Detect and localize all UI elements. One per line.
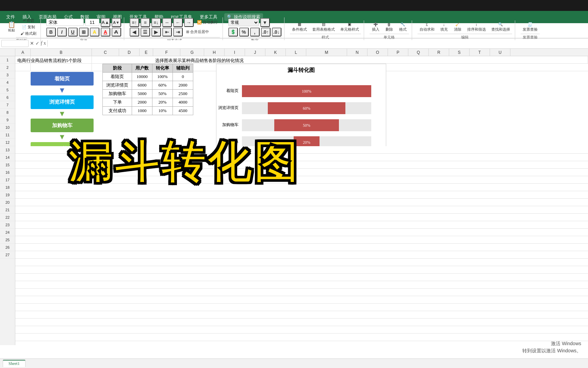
autosum-label: 自动求和	[420, 27, 435, 32]
conditional-label: 条件格式	[292, 27, 307, 32]
italic-button[interactable]: I	[57, 28, 67, 36]
font-size-input[interactable]	[85, 19, 99, 26]
row-8: 8	[0, 109, 15, 116]
table-format-button[interactable]: ▤ 套用表格格式	[310, 21, 337, 33]
paste-button[interactable]: 📋 粘贴	[5, 20, 18, 34]
data-table: 阶段 用户数 转化率 辅助列 着陆页 10000 100% 0 浏览详情页	[102, 64, 193, 115]
sheet-area: 1 2 3 4 5 6 7 8 9 10 11 12 13 14 15 16 1…	[0, 56, 588, 345]
text-direction-button[interactable]: ↔	[162, 18, 172, 27]
stage-landing: 着陆页	[103, 73, 132, 81]
row-22: 22	[0, 214, 15, 221]
font-size-down-button[interactable]: A▼	[112, 18, 121, 27]
align-top-button[interactable]: ≡↑	[130, 18, 139, 27]
col-header-t: T	[470, 49, 490, 56]
indent-decrease-button[interactable]: ←	[173, 18, 183, 27]
number-group: 常规 ▼ 💲 % , .0↑ .0↓ 数字	[226, 17, 284, 44]
row-25: 25	[0, 236, 15, 244]
stage-pay: 支付成功	[103, 107, 132, 115]
bold-button[interactable]: B	[46, 28, 56, 36]
row-14: 14	[0, 154, 15, 161]
merge-center-button[interactable]: ⊞ 合并后居中	[184, 28, 211, 35]
align-left-button[interactable]: ◀	[130, 28, 139, 36]
format-button[interactable]: 🔧 格式	[397, 21, 409, 33]
number-format-expand[interactable]: ▼	[260, 18, 270, 27]
row-6: 6	[0, 94, 15, 101]
indent-increase-button[interactable]: →	[184, 18, 194, 27]
cut-button[interactable]: ✂ 剪切	[19, 18, 38, 24]
ribbon: 📋 粘贴 ✂ 剪切 📄 复制 🖌 格式刷 剪贴板 A▲ A▼ B	[0, 23, 588, 39]
insert-button[interactable]: ➕ 插入	[370, 21, 382, 33]
delete-label: 删除	[386, 27, 393, 32]
increase-indent-button[interactable]: ⇥	[173, 28, 183, 36]
copy-button[interactable]: 📄 复制	[19, 24, 38, 30]
align-row2: ◀ ☰ ▶ ⇤ ⇥ ⊞ 合并后居中	[130, 28, 220, 36]
aux-landing: 0	[173, 73, 193, 81]
users-browse: 6000	[132, 81, 152, 90]
decrease-decimal-button[interactable]: .0↓	[272, 28, 281, 36]
aux-cart: 2500	[173, 90, 193, 98]
function-icon[interactable]: f	[41, 41, 42, 46]
percent-button[interactable]: 💲	[228, 28, 238, 36]
invoice-verify-button[interactable]: 🧾 发票查验	[521, 21, 540, 33]
align-right-button[interactable]: ▶	[151, 28, 161, 36]
find-icon: 🔍	[498, 22, 503, 27]
clear-button[interactable]: 🧹 清除	[452, 21, 464, 33]
table-row-browse: 浏览详情页 6000 60% 2000	[103, 81, 193, 90]
row-2: 2	[0, 64, 15, 71]
editing-buttons: Σ 自动求和 ↓ 填充 🧹 清除 ↕ 排序和筛选 🔍 查找和选择	[418, 21, 512, 33]
conditional-format-button[interactable]: ▦ 条件格式	[290, 21, 309, 33]
percent-style-button[interactable]: %	[239, 28, 249, 36]
paste-label: 粘贴	[8, 28, 15, 33]
increase-decimal-button[interactable]: .0↑	[261, 28, 271, 36]
formula-input[interactable]	[47, 40, 587, 47]
aux-order: 4000	[173, 98, 193, 107]
flow-box-landing: 着陆页	[31, 72, 94, 86]
rate-pay: 10%	[152, 107, 173, 115]
wrap-text-button[interactable]: 🔀 自动换行	[195, 19, 220, 26]
paste-icon: 📋	[8, 21, 15, 28]
formula-bar: ✕ ✓ fx	[0, 39, 588, 49]
sheet-tab-1[interactable]: Sheet1	[3, 360, 26, 367]
users-pay: 1000	[132, 107, 152, 115]
font-color-button[interactable]: A	[101, 28, 110, 36]
windows-activation: 激活 Windows 转到设置以激活 Windows。	[522, 340, 581, 354]
font-size-up-button[interactable]: A▲	[101, 18, 110, 27]
confirm-icon[interactable]: ✓	[35, 41, 39, 46]
cell-style-button[interactable]: ▣ 单元格样式	[338, 21, 361, 33]
strikethrough-button[interactable]: A̶	[112, 28, 121, 36]
fill-button[interactable]: ↓ 填充	[438, 21, 450, 33]
format-painter-button[interactable]: 🖌 格式刷	[19, 31, 38, 36]
row-23: 23	[0, 221, 15, 229]
underline-button[interactable]: U	[68, 28, 78, 36]
row-5: 5	[0, 86, 15, 94]
decrease-indent-button[interactable]: ⇤	[162, 28, 172, 36]
autosum-button[interactable]: Σ 自动求和	[418, 21, 437, 33]
find-select-button[interactable]: 🔍 查找和选择	[489, 21, 512, 33]
col-header-aux: 辅助列	[173, 64, 193, 73]
align-bottom-button[interactable]: ≡↓	[151, 18, 161, 27]
border-button[interactable]: ⊞	[79, 28, 88, 36]
fill-label: 填充	[440, 27, 448, 32]
stage-order: 下单	[103, 98, 132, 107]
name-box-input[interactable]	[1, 40, 29, 47]
delete-button[interactable]: 🗑 删除	[383, 21, 395, 33]
comma-style-button[interactable]: ,	[250, 28, 260, 36]
align-center-button[interactable]: ☰	[141, 28, 150, 36]
font-name-input[interactable]	[46, 19, 84, 26]
number-format-select[interactable]: 常规	[228, 19, 259, 26]
column-headers: A B C D E F G H I J K L M N O P Q R S T …	[0, 49, 588, 56]
sort-filter-button[interactable]: ↕ 排序和筛选	[465, 21, 488, 33]
table-row-cart: 加购物车 5000 50% 2500	[103, 90, 193, 98]
title-bar	[0, 0, 588, 11]
row-12: 12	[0, 139, 15, 146]
row-1: 1	[0, 56, 15, 64]
fill-color-button[interactable]: A	[90, 28, 99, 36]
align-middle-button[interactable]: ≡	[141, 18, 150, 27]
col-header-e: E	[140, 49, 153, 56]
win-activate-line1: 激活 Windows	[522, 340, 581, 347]
cancel-icon[interactable]: ✕	[30, 41, 34, 46]
cell-style-label: 单元格样式	[340, 27, 359, 32]
col-header-h: H	[204, 49, 225, 56]
data-table-container: 阶段 用户数 转化率 辅助列 着陆页 10000 100% 0 浏览详情页	[102, 64, 193, 115]
col-header-p: P	[388, 49, 408, 56]
